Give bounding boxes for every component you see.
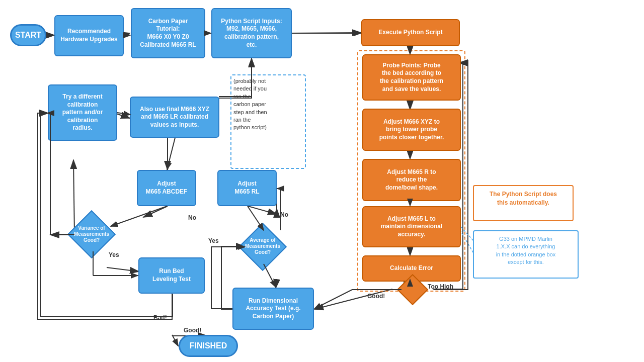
- yes1-label: Yes: [109, 251, 119, 258]
- start-label: START: [15, 30, 41, 41]
- run-dim-accuracy-label: Run DimensionalAccuracy Test (e.g.Carbon…: [246, 297, 300, 321]
- hardware-label: RecommendedHardware Upgrades: [60, 28, 117, 43]
- adjust-m666xyz-node: Adjust M666 XYZ tobring tower probepoint…: [362, 109, 461, 151]
- execute-python-label: Execute Python Script: [378, 29, 442, 37]
- adjust-rl-node: AdjustM665 RL: [217, 170, 277, 206]
- g33-text: G33 on MPMD Marlin1.X.X can do everythin…: [496, 236, 556, 265]
- g33-note: G33 on MPMD Marlin1.X.X can do everythin…: [473, 230, 579, 279]
- adjust-m665r-node: Adjust M665 R toreduce thedome/bowl shap…: [362, 159, 461, 201]
- also-use-final-node: Also use final M666 XYZand M665 LR calib…: [130, 97, 219, 138]
- yes2-label: Yes: [208, 237, 219, 244]
- adjust-abcdef-node: AdjustM665 ABCDEF: [137, 170, 196, 206]
- svg-line-14: [276, 279, 277, 288]
- svg-line-5: [289, 33, 361, 33]
- run-bed-leveling-label: Run BedLeveling Test: [152, 267, 191, 283]
- adjust-m665r-label: Adjust M665 R toreduce thedome/bowl shap…: [385, 168, 438, 192]
- carbon-paper-label: Carbon PaperTutorial:M666 X0 Y0 Z0Calibr…: [140, 18, 196, 49]
- python-auto-text: The Python Script doesthis automatically…: [490, 191, 557, 206]
- no1-label: No: [188, 214, 196, 221]
- probe-points-node: Probe Points: Probethe bed according tot…: [362, 54, 461, 101]
- svg-line-36: [111, 206, 167, 226]
- finished-node: FINISHED: [179, 335, 238, 357]
- python-inputs-node: Python Script Inputs:M92, M665, M666,cal…: [211, 8, 292, 58]
- probe-points-label: Probe Points: Probethe bed according tot…: [380, 62, 443, 93]
- svg-line-41: [172, 335, 178, 346]
- too-high-label: Too High: [428, 283, 453, 290]
- carbon-paper-node: Carbon PaperTutorial:M666 X0 Y0 Z0Calibr…: [131, 8, 205, 58]
- python-auto-note: The Python Script doesthis automatically…: [473, 185, 574, 221]
- adjust-m665l-node: Adjust M665 L tomaintain dimensionalaccu…: [362, 206, 461, 247]
- probably-not-label: (probably notneeded if youran thecarbon …: [231, 75, 305, 134]
- good2-label: Good!: [184, 327, 201, 334]
- flowchart: START RecommendedHardware Upgrades Carbo…: [0, 0, 644, 362]
- bad-label: Bad!: [153, 314, 167, 321]
- also-use-final-label: Also use final M666 XYZand M665 LR calib…: [140, 106, 209, 129]
- execute-python-node: Execute Python Script: [361, 19, 460, 46]
- adjust-m666xyz-label: Adjust M666 XYZ tobring tower probepoint…: [379, 118, 444, 142]
- probably-not-box: (probably notneeded if youran thecarbon …: [230, 74, 306, 169]
- svg-line-15: [143, 206, 168, 217]
- finished-label: FINISHED: [190, 341, 227, 351]
- adjust-m665l-label: Adjust M665 L tomaintain dimensionalaccu…: [381, 215, 443, 239]
- python-inputs-label: Python Script Inputs:M92, M665, M666,cal…: [221, 18, 282, 49]
- hardware-upgrades-node: RecommendedHardware Upgrades: [54, 15, 124, 56]
- average-label: Average ofMeasurementsGood?: [242, 232, 284, 260]
- svg-line-17: [107, 267, 139, 272]
- variance-label: Variance ofMeasurementsGood?: [70, 220, 113, 248]
- svg-line-13: [248, 206, 277, 214]
- svg-line-34: [167, 138, 175, 169]
- no2-label: No: [280, 211, 288, 218]
- run-bed-leveling-node: Run BedLeveling Test: [138, 257, 205, 294]
- adjust-abcdef-label: AdjustM665 ABCDEF: [146, 180, 188, 196]
- try-different-node: Try a differentcalibrationpattern and/or…: [48, 84, 117, 141]
- start-node: START: [10, 24, 46, 46]
- good-error-label: Good!: [367, 293, 385, 300]
- run-dim-accuracy-node: Run DimensionalAccuracy Test (e.g.Carbon…: [232, 288, 314, 330]
- adjust-rl-label: AdjustM665 RL: [234, 180, 259, 196]
- try-different-label: Try a differentcalibrationpattern and/or…: [62, 93, 103, 132]
- svg-line-35: [117, 113, 130, 115]
- calc-error-label: Calculate Error: [390, 264, 433, 273]
